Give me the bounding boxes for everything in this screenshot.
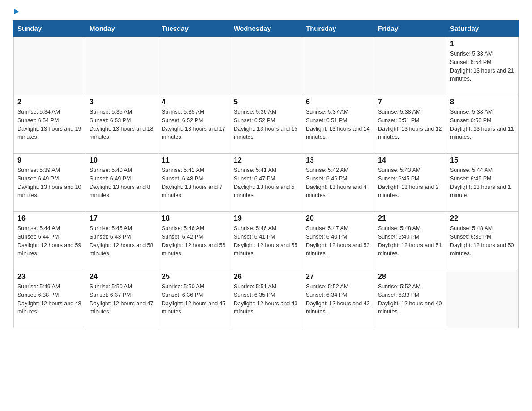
day-number: 28 — [378, 273, 442, 281]
day-number: 5 — [234, 98, 298, 106]
calendar-cell: 28Sunrise: 5:52 AMSunset: 6:33 PMDayligh… — [374, 270, 446, 328]
day-number: 23 — [17, 273, 82, 281]
day-number: 11 — [162, 156, 226, 164]
calendar-cell: 12Sunrise: 5:41 AMSunset: 6:47 PMDayligh… — [230, 154, 302, 212]
day-number: 14 — [378, 156, 442, 164]
day-info: Sunrise: 5:44 AMSunset: 6:44 PMDaylight:… — [17, 224, 82, 258]
calendar-day-header: Friday — [374, 20, 446, 37]
logo — [13, 9, 19, 15]
calendar-cell: 5Sunrise: 5:36 AMSunset: 6:52 PMDaylight… — [230, 95, 302, 154]
calendar-cell: 15Sunrise: 5:44 AMSunset: 6:45 PMDayligh… — [446, 154, 519, 212]
day-number: 26 — [234, 273, 298, 281]
calendar-cell — [86, 37, 158, 95]
calendar-cell: 22Sunrise: 5:48 AMSunset: 6:39 PMDayligh… — [446, 212, 519, 270]
day-info: Sunrise: 5:52 AMSunset: 6:33 PMDaylight:… — [378, 283, 442, 316]
day-info: Sunrise: 5:38 AMSunset: 6:50 PMDaylight:… — [450, 108, 515, 141]
day-number: 24 — [90, 273, 154, 281]
day-info: Sunrise: 5:45 AMSunset: 6:43 PMDaylight:… — [90, 224, 154, 258]
calendar-cell: 6Sunrise: 5:37 AMSunset: 6:51 PMDaylight… — [302, 95, 374, 154]
day-info: Sunrise: 5:47 AMSunset: 6:40 PMDaylight:… — [306, 224, 370, 258]
day-info: Sunrise: 5:48 AMSunset: 6:40 PMDaylight:… — [378, 224, 442, 258]
calendar-cell: 10Sunrise: 5:40 AMSunset: 6:49 PMDayligh… — [86, 154, 158, 212]
calendar-week-row: 1Sunrise: 5:33 AMSunset: 6:54 PMDaylight… — [14, 37, 519, 95]
calendar-day-header: Sunday — [14, 20, 86, 37]
calendar-cell: 14Sunrise: 5:43 AMSunset: 6:45 PMDayligh… — [374, 154, 446, 212]
day-info: Sunrise: 5:46 AMSunset: 6:41 PMDaylight:… — [234, 224, 298, 258]
calendar-cell — [446, 270, 519, 328]
day-number: 18 — [162, 214, 226, 223]
calendar-cell: 1Sunrise: 5:33 AMSunset: 6:54 PMDaylight… — [446, 37, 519, 95]
calendar-cell — [158, 37, 230, 95]
calendar-cell: 19Sunrise: 5:46 AMSunset: 6:41 PMDayligh… — [230, 212, 302, 270]
calendar-table: SundayMondayTuesdayWednesdayThursdayFrid… — [13, 20, 519, 328]
calendar-week-row: 23Sunrise: 5:49 AMSunset: 6:38 PMDayligh… — [14, 270, 519, 328]
calendar-week-row: 16Sunrise: 5:44 AMSunset: 6:44 PMDayligh… — [14, 212, 519, 270]
day-info: Sunrise: 5:41 AMSunset: 6:47 PMDaylight:… — [234, 166, 298, 200]
calendar-cell: 16Sunrise: 5:44 AMSunset: 6:44 PMDayligh… — [14, 212, 86, 270]
calendar-day-header: Wednesday — [230, 20, 302, 37]
calendar-cell: 8Sunrise: 5:38 AMSunset: 6:50 PMDaylight… — [446, 95, 519, 154]
day-number: 10 — [90, 156, 154, 164]
calendar-cell: 27Sunrise: 5:52 AMSunset: 6:34 PMDayligh… — [302, 270, 374, 328]
calendar-day-header: Tuesday — [158, 20, 230, 37]
calendar-cell: 17Sunrise: 5:45 AMSunset: 6:43 PMDayligh… — [86, 212, 158, 270]
calendar-day-header: Saturday — [446, 20, 519, 37]
calendar-cell: 25Sunrise: 5:50 AMSunset: 6:36 PMDayligh… — [158, 270, 230, 328]
calendar-cell: 18Sunrise: 5:46 AMSunset: 6:42 PMDayligh… — [158, 212, 230, 270]
calendar-cell: 24Sunrise: 5:50 AMSunset: 6:37 PMDayligh… — [86, 270, 158, 328]
calendar-cell: 23Sunrise: 5:49 AMSunset: 6:38 PMDayligh… — [14, 270, 86, 328]
calendar-cell: 3Sunrise: 5:35 AMSunset: 6:53 PMDaylight… — [86, 95, 158, 154]
day-info: Sunrise: 5:52 AMSunset: 6:34 PMDaylight:… — [306, 283, 370, 316]
calendar-cell — [302, 37, 374, 95]
day-number: 1 — [450, 40, 515, 48]
calendar-cell — [14, 37, 86, 95]
day-info: Sunrise: 5:36 AMSunset: 6:52 PMDaylight:… — [234, 108, 298, 141]
day-number: 6 — [306, 98, 370, 106]
page-header — [13, 9, 519, 15]
calendar-cell — [230, 37, 302, 95]
calendar-cell: 11Sunrise: 5:41 AMSunset: 6:48 PMDayligh… — [158, 154, 230, 212]
day-info: Sunrise: 5:50 AMSunset: 6:37 PMDaylight:… — [90, 283, 154, 316]
calendar-header-row: SundayMondayTuesdayWednesdayThursdayFrid… — [14, 20, 519, 37]
day-number: 25 — [162, 273, 226, 281]
calendar-day-header: Monday — [86, 20, 158, 37]
calendar-cell: 13Sunrise: 5:42 AMSunset: 6:46 PMDayligh… — [302, 154, 374, 212]
day-number: 2 — [17, 98, 82, 106]
day-number: 7 — [378, 98, 442, 106]
day-info: Sunrise: 5:46 AMSunset: 6:42 PMDaylight:… — [162, 224, 226, 258]
calendar-cell: 4Sunrise: 5:35 AMSunset: 6:52 PMDaylight… — [158, 95, 230, 154]
calendar-cell: 26Sunrise: 5:51 AMSunset: 6:35 PMDayligh… — [230, 270, 302, 328]
day-number: 21 — [378, 214, 442, 223]
day-info: Sunrise: 5:38 AMSunset: 6:51 PMDaylight:… — [378, 108, 442, 141]
logo-arrow-icon — [14, 9, 19, 14]
day-info: Sunrise: 5:43 AMSunset: 6:45 PMDaylight:… — [378, 166, 442, 200]
day-info: Sunrise: 5:33 AMSunset: 6:54 PMDaylight:… — [450, 50, 515, 83]
day-info: Sunrise: 5:48 AMSunset: 6:39 PMDaylight:… — [450, 224, 515, 258]
day-number: 9 — [17, 156, 82, 164]
day-info: Sunrise: 5:44 AMSunset: 6:45 PMDaylight:… — [450, 166, 515, 200]
day-number: 4 — [162, 98, 226, 106]
day-number: 12 — [234, 156, 298, 164]
day-info: Sunrise: 5:37 AMSunset: 6:51 PMDaylight:… — [306, 108, 370, 141]
day-number: 19 — [234, 214, 298, 223]
day-number: 20 — [306, 214, 370, 223]
day-number: 27 — [306, 273, 370, 281]
day-info: Sunrise: 5:51 AMSunset: 6:35 PMDaylight:… — [234, 283, 298, 316]
calendar-cell: 7Sunrise: 5:38 AMSunset: 6:51 PMDaylight… — [374, 95, 446, 154]
day-info: Sunrise: 5:42 AMSunset: 6:46 PMDaylight:… — [306, 166, 370, 200]
calendar-day-header: Thursday — [302, 20, 374, 37]
calendar-week-row: 2Sunrise: 5:34 AMSunset: 6:54 PMDaylight… — [14, 95, 519, 154]
calendar-week-row: 9Sunrise: 5:39 AMSunset: 6:49 PMDaylight… — [14, 154, 519, 212]
day-number: 15 — [450, 156, 515, 164]
day-number: 16 — [17, 214, 82, 223]
day-number: 22 — [450, 214, 515, 223]
day-info: Sunrise: 5:50 AMSunset: 6:36 PMDaylight:… — [162, 283, 226, 316]
day-number: 13 — [306, 156, 370, 164]
day-number: 8 — [450, 98, 515, 106]
day-info: Sunrise: 5:34 AMSunset: 6:54 PMDaylight:… — [17, 108, 82, 141]
calendar-cell: 9Sunrise: 5:39 AMSunset: 6:49 PMDaylight… — [14, 154, 86, 212]
day-info: Sunrise: 5:49 AMSunset: 6:38 PMDaylight:… — [17, 283, 82, 316]
day-info: Sunrise: 5:41 AMSunset: 6:48 PMDaylight:… — [162, 166, 226, 200]
calendar-cell: 20Sunrise: 5:47 AMSunset: 6:40 PMDayligh… — [302, 212, 374, 270]
day-info: Sunrise: 5:35 AMSunset: 6:52 PMDaylight:… — [162, 108, 226, 141]
